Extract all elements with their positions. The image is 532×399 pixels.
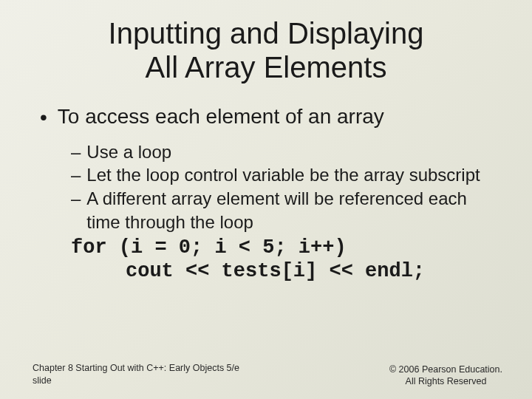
title-line-2: All Array Elements: [146, 51, 387, 83]
slide-footer: Chapter 8 Starting Out with C++: Early O…: [33, 362, 502, 387]
dash-icon: –: [71, 187, 81, 233]
sub-bullet-1: Use a loop: [86, 140, 171, 164]
footer-rights: All Rights Reserved: [406, 376, 487, 386]
footer-right: © 2006 Pearson Education. All Rights Res…: [389, 364, 502, 388]
footer-copyright: © 2006 Pearson Education.: [389, 364, 502, 375]
bullet-level-2: – Let the loop control variable be the a…: [71, 163, 485, 187]
dash-icon: –: [71, 163, 81, 187]
sub-bullet-3: A different array element will be refere…: [86, 187, 485, 233]
slide-title: Inputting and Displaying All Array Eleme…: [33, 16, 499, 84]
sub-bullet-2: Let the loop control variable be the arr…: [86, 163, 480, 187]
code-line-for: for (i = 0; i < 5; i++): [71, 236, 499, 259]
bullet-1-text: To access each element of an array: [58, 105, 384, 130]
bullet-level-2: – A different array element will be refe…: [71, 187, 485, 233]
title-line-1: Inputting and Displaying: [109, 17, 424, 50]
code-line-cout: cout << tests[i] << endl;: [126, 260, 499, 282]
footer-left: Chapter 8 Starting Out with C++: Early O…: [33, 362, 239, 387]
footer-chapter: Chapter 8 Starting Out with C++: Early O…: [33, 363, 239, 373]
dash-icon: –: [71, 140, 81, 164]
bullet-level-1: • To access each element of an array: [40, 105, 499, 130]
footer-slide-label: slide: [33, 375, 52, 386]
bullet-level-2: – Use a loop: [71, 140, 485, 164]
bullet-dot-icon: •: [40, 105, 47, 130]
